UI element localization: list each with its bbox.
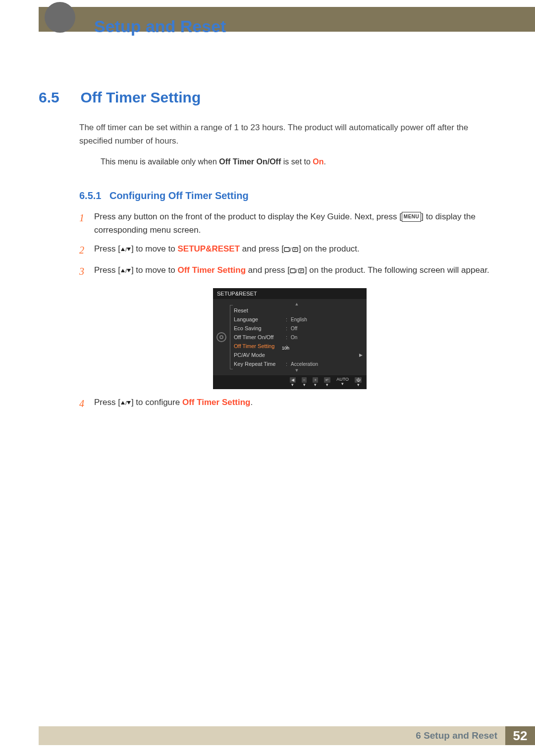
osd-label: Off Timer On/Off <box>234 334 286 340</box>
step2-text-d: ] on the product. <box>299 244 360 253</box>
svg-text:/: / <box>125 247 127 252</box>
osd-row-offtimer-selected: Off Timer Setting:10h <box>229 342 365 351</box>
step3-text-b: ] to move to <box>131 265 178 275</box>
step-4: 4 Press [/] to configure Off Timer Setti… <box>79 396 500 411</box>
subsection-heading: 6.5.1 Configuring Off Timer Setting <box>79 190 500 202</box>
svg-rect-9 <box>290 269 295 273</box>
osd-sidebar <box>214 302 229 372</box>
osd-value: Off <box>291 326 362 331</box>
step4-text-c: . <box>251 398 253 407</box>
subsection-number: 6.5.1 <box>79 190 101 201</box>
osd-title: SETUP&RESET <box>213 288 367 299</box>
svg-marker-0 <box>121 248 125 251</box>
svg-rect-11 <box>299 269 304 273</box>
osd-slider-value: 10h <box>282 346 289 351</box>
osd-row-reset: Reset <box>229 306 365 315</box>
step-3: 3 Press [/] to move to Off Timer Setting… <box>79 264 500 279</box>
svg-text:/: / <box>125 268 127 274</box>
step3-text-a: Press [ <box>94 265 120 275</box>
svg-rect-5 <box>293 248 298 252</box>
osd-label: Language <box>234 316 286 322</box>
osd-label: Eco Saving <box>234 325 286 331</box>
up-down-icon: / <box>120 244 131 253</box>
menu-button-icon: MENU <box>402 212 421 222</box>
step4-text-a: Press [ <box>94 398 120 407</box>
step-number: 4 <box>79 396 94 411</box>
step3-highlight: Off Timer Setting <box>177 265 246 275</box>
step4-highlight: Off Timer Setting <box>182 398 251 407</box>
svg-marker-8 <box>127 269 131 272</box>
step3-text-d: ] on the product. The following screen w… <box>305 265 489 275</box>
svg-rect-3 <box>284 248 289 252</box>
svg-marker-2 <box>127 248 131 251</box>
note-mid: is set to <box>281 157 313 166</box>
note-suffix: . <box>324 157 326 166</box>
note-bold: Off Timer On/Off <box>219 157 281 166</box>
step-number: 3 <box>79 264 94 279</box>
note-on: On <box>313 157 323 166</box>
osd-up-arrow-icon: ▲ <box>229 302 365 306</box>
section-title: Off Timer Setting <box>80 89 201 106</box>
osd-back-icon: ◀▾ <box>290 377 296 387</box>
chapter-title: Setup and Reset <box>94 17 226 36</box>
section-heading: 6.5 Off Timer Setting <box>39 89 500 106</box>
availability-note: This menu is available only when Off Tim… <box>101 157 500 166</box>
footer-chapter-ref: 6 Setup and Reset <box>39 726 505 745</box>
osd-plus-icon: +▾ <box>313 377 318 387</box>
section-body: The off timer can be set within a range … <box>79 121 500 148</box>
power-icon: ⏻▾ <box>355 377 362 387</box>
osd-label: Key Repeat Time <box>234 361 286 367</box>
step1-text-a: Press any button on the front of the pro… <box>94 212 402 221</box>
osd-value: On <box>291 335 362 340</box>
osd-screenshot: SETUP&RESET ▲ Reset Language:English Eco… <box>213 288 367 389</box>
osd-row-eco: Eco Saving:Off <box>229 324 365 333</box>
svg-marker-14 <box>127 401 131 404</box>
step-1: 1 Press any button on the front of the p… <box>79 210 500 237</box>
subsection-title: Configuring Off Timer Setting <box>109 190 249 201</box>
osd-row-pcav: PC/AV Mode▶ <box>229 351 365 359</box>
svg-marker-6 <box>121 269 125 272</box>
osd-menu-list: ▲ Reset Language:English Eco Saving:Off … <box>229 302 365 372</box>
osd-value: Acceleration <box>291 361 362 367</box>
chapter-badge <box>45 2 75 33</box>
step-2: 2 Press [/] to move to SETUP&RESET and p… <box>79 243 500 258</box>
step2-text-c: and press [ <box>240 244 284 253</box>
step2-text-b: ] to move to <box>131 244 178 253</box>
step3-text-c: and press [ <box>246 265 290 275</box>
osd-row-language: Language:English <box>229 315 365 324</box>
gear-icon <box>216 332 226 342</box>
osd-down-arrow-icon: ▼ <box>229 368 365 372</box>
note-prefix: This menu is available only when <box>101 157 219 166</box>
step-number: 2 <box>79 243 94 258</box>
chevron-right-icon: ▶ <box>359 353 363 357</box>
svg-marker-12 <box>121 401 125 404</box>
svg-text:/: / <box>125 400 127 406</box>
osd-value: English <box>291 317 362 322</box>
osd-minus-icon: −▾ <box>302 377 307 387</box>
up-down-icon: / <box>120 398 131 407</box>
section-number: 6.5 <box>39 89 78 106</box>
osd-label: Reset <box>234 307 286 313</box>
osd-row-repeat: Key Repeat Time:Acceleration <box>229 359 365 368</box>
osd-row-onoff: Off Timer On/Off:On <box>229 333 365 342</box>
osd-auto-label: AUTO▾ <box>336 377 349 387</box>
osd-label: PC/AV Mode <box>234 352 286 358</box>
step-number: 1 <box>79 210 94 237</box>
svg-text:/: / <box>290 247 292 252</box>
step2-text-a: Press [ <box>94 244 120 253</box>
step2-highlight: SETUP&RESET <box>177 244 240 253</box>
step4-text-b: ] to configure <box>131 398 182 407</box>
osd-footer: ◀▾ −▾ +▾ ↵▾ AUTO▾ ⏻▾ <box>213 375 367 389</box>
osd-enter-icon: ↵▾ <box>324 377 330 387</box>
footer-page-number: 52 <box>505 726 535 745</box>
osd-label: Off Timer Setting <box>234 343 286 349</box>
page-footer: 6 Setup and Reset 52 <box>39 726 535 745</box>
source-enter-icon: / <box>284 244 299 253</box>
svg-text:/: / <box>296 268 298 274</box>
source-enter-icon: / <box>290 265 305 275</box>
up-down-icon: / <box>120 265 131 275</box>
